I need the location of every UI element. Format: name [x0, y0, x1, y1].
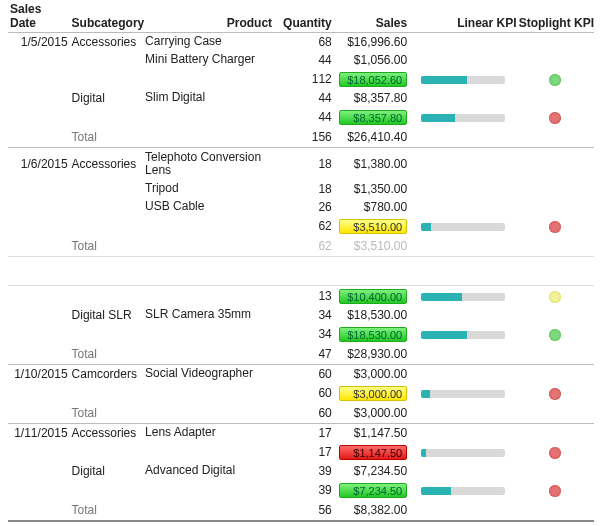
cell-qty: 60	[278, 386, 336, 400]
cell-product: SLR Camera 35mm	[145, 308, 278, 321]
table-row: 1/11/2015 Accessories Lens Adapter 17 $1…	[8, 424, 594, 442]
table-row: USB Cable 26 $780.00	[8, 198, 594, 216]
stoplight-kpi	[517, 483, 594, 497]
cell-product: Slim Digital	[145, 91, 278, 104]
cell-product: Advanced Digital	[145, 464, 278, 477]
stoplight-kpi	[517, 110, 594, 124]
date-total-row: Total 47 $28,930.00	[8, 344, 594, 365]
table-row: Digital Advanced Digital 39 $7,234.50	[8, 462, 594, 480]
total-label: Total	[68, 347, 145, 361]
cell-qty: 39	[278, 464, 336, 478]
linear-kpi	[411, 330, 516, 339]
table-row: 1/5/2015 Accessories Carrying Case 68 $1…	[8, 33, 594, 51]
kpi-badge: $7,234.50	[336, 483, 411, 498]
cell-sales: $1,147.50	[336, 426, 411, 440]
stoplight-kpi	[517, 289, 594, 303]
kpi-badge: $18,530.00	[336, 327, 411, 342]
cell-sales: $18,530.00	[336, 308, 411, 322]
cell-sales: $7,234.50	[336, 464, 411, 478]
subtotal-row: 17 $1,147.50	[8, 442, 594, 462]
cell-qty: 17	[278, 445, 336, 459]
table-row: Digital Slim Digital 44 $8,357.80	[8, 89, 594, 107]
cell-qty: 44	[278, 110, 336, 124]
subtotal-row: 44 $8,357.80	[8, 107, 594, 127]
linear-kpi	[411, 75, 516, 84]
linear-kpi	[411, 389, 516, 398]
cell-subcat: Accessories	[68, 426, 145, 440]
cell-date: 1/11/2015	[8, 426, 68, 440]
report-table: Sales Date Subcategory Product Quantity …	[0, 0, 602, 526]
cell-product: Social Videographer	[145, 367, 278, 380]
cell-sales: $1,056.00	[336, 53, 411, 67]
subtotal-row: 34 $18,530.00	[8, 324, 594, 344]
cell-product: Telephoto Conversion Lens	[145, 151, 278, 177]
subtotal-row: 39 $7,234.50	[8, 480, 594, 500]
cell-sales: $8,357.80	[336, 91, 411, 105]
stoplight-kpi	[517, 386, 594, 400]
cell-sales: $26,410.40	[336, 130, 411, 144]
linear-kpi	[411, 448, 516, 457]
cell-date: 1/10/2015	[8, 367, 68, 381]
cell-qty: 60	[278, 367, 336, 381]
hdr-sales: Sales	[336, 16, 411, 30]
cell-qty: 13	[278, 289, 336, 303]
cell-qty: 39	[278, 483, 336, 497]
cell-sales: $1,380.00	[336, 157, 411, 171]
hdr-linear: Linear KPI	[411, 16, 516, 30]
cell-sales: $8,382.00	[336, 503, 411, 517]
total-label: Total	[68, 239, 145, 253]
table-row: Digital SLR SLR Camera 35mm 34 $18,530.0…	[8, 306, 594, 324]
cell-qty: 56	[278, 503, 336, 517]
table-row: Mini Battery Charger 44 $1,056.00	[8, 51, 594, 69]
cell-qty: 34	[278, 327, 336, 341]
linear-kpi	[411, 222, 516, 231]
cell-sales: $3,000.00	[336, 406, 411, 420]
cell-qty: 17	[278, 426, 336, 440]
blank-row	[8, 257, 594, 286]
cell-sales: $28,930.00	[336, 347, 411, 361]
cell-qty: 18	[278, 182, 336, 196]
kpi-badge: $3,000.00	[336, 386, 411, 401]
cell-sales: $1,350.00	[336, 182, 411, 196]
cell-subcat: Digital	[68, 91, 145, 105]
cell-qty: 47	[278, 347, 336, 361]
header-row: Sales Date Subcategory Product Quantity …	[8, 4, 594, 33]
cell-sales: $3,510.00	[336, 239, 411, 253]
cell-qty: 68	[278, 35, 336, 49]
stoplight-kpi	[517, 72, 594, 86]
kpi-badge: $10,400.00	[336, 289, 411, 304]
stoplight-kpi	[517, 445, 594, 459]
cell-qty: 18	[278, 157, 336, 171]
subtotal-row: 13 $10,400.00	[8, 286, 594, 306]
cell-subcat: Camcorders	[68, 367, 145, 381]
cell-qty: 156	[278, 130, 336, 144]
kpi-badge: $1,147.50	[336, 445, 411, 460]
date-total-row: Total 56 $8,382.00	[8, 500, 594, 520]
total-label: Total	[68, 503, 145, 517]
total-label: Total	[68, 406, 145, 420]
cell-product: Tripod	[145, 182, 278, 195]
table-row: 1/10/2015 Camcorders Social Videographer…	[8, 365, 594, 383]
grand-total-row: Total 579 $113,992.40	[8, 520, 594, 526]
linear-kpi	[411, 292, 516, 301]
date-total-row: Total 60 $3,000.00	[8, 403, 594, 424]
subtotal-row: 112 $18,052.60	[8, 69, 594, 89]
cell-subcat: Digital	[68, 464, 145, 478]
table-row: Tripod 18 $1,350.00	[8, 180, 594, 198]
linear-kpi	[411, 113, 516, 122]
stoplight-kpi	[517, 327, 594, 341]
table-row: 1/6/2015 Accessories Telephoto Conversio…	[8, 148, 594, 180]
subtotal-row: 60 $3,000.00	[8, 383, 594, 403]
subtotal-row: 62 $3,510.00	[8, 216, 594, 236]
cell-qty: 62	[278, 219, 336, 233]
cell-date: 1/6/2015	[8, 157, 68, 171]
stoplight-kpi	[517, 219, 594, 233]
cell-qty: 112	[278, 72, 336, 86]
cell-subcat: Accessories	[68, 157, 145, 171]
kpi-badge: $3,510.00	[336, 219, 411, 234]
cell-sales: $780.00	[336, 200, 411, 214]
cell-product: Mini Battery Charger	[145, 53, 278, 66]
hdr-subcat: Subcategory	[68, 16, 145, 30]
cell-qty: 34	[278, 308, 336, 322]
cell-subcat: Accessories	[68, 35, 145, 49]
